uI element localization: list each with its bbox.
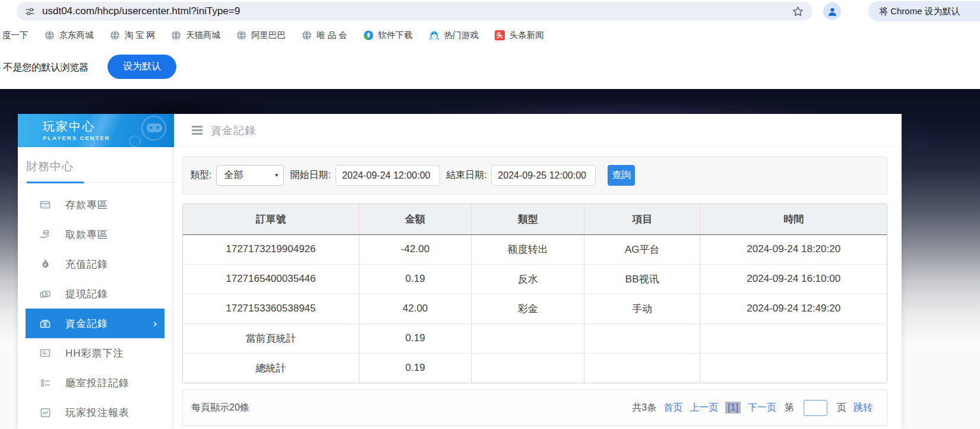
set-default-chip[interactable]: 将 Chrome 设为默认 xyxy=(868,1,980,21)
start-date-label: 開始日期: xyxy=(290,169,330,182)
software-download-icon xyxy=(363,30,374,40)
bookmark-item[interactable]: 淘 宝 网 xyxy=(110,30,156,41)
sidebar-header: 玩家中心 PLAYERS CENTER xyxy=(18,114,174,147)
bookmark-label: 度一下 xyxy=(2,30,29,41)
sidebar-item-withdraw-record[interactable]: 提現記錄 xyxy=(18,279,174,309)
cell-order-no: 1727165400035446 xyxy=(183,264,359,294)
globe-icon xyxy=(110,30,120,40)
sidebar-item-player-bet-report[interactable]: 玩家投注報表 xyxy=(18,398,174,427)
first-page-link[interactable]: 首页 xyxy=(663,402,682,414)
cell-amount: 0.19 xyxy=(359,264,472,294)
sidebar-item-withdraw[interactable]: 取款專區 xyxy=(18,220,174,249)
type-select-value: 全部 xyxy=(224,169,243,182)
bookmark-label: 京东商城 xyxy=(59,30,94,41)
bookmark-star-icon[interactable] xyxy=(790,4,805,19)
money-bag-icon: ¥ xyxy=(39,259,51,270)
ticket-icon xyxy=(39,347,51,359)
col-order-no: 訂單號 xyxy=(183,204,359,234)
type-label: 類型: xyxy=(190,169,211,182)
set-default-button[interactable]: 设为默认 xyxy=(108,55,176,79)
chevron-right-icon: › xyxy=(153,317,157,330)
search-button[interactable]: 查詢 xyxy=(608,165,635,186)
default-browser-infobar: Chrome 不是您的默认浏览器 设为默认 xyxy=(0,47,980,89)
table-row: 1727165400035446 0.19 反水 BB视讯 2024-09-24… xyxy=(183,264,887,294)
jump-label-pre: 第 xyxy=(785,402,794,414)
filter-bar: 類型: 全部 ▾ 開始日期: 結束日期: 查詢 xyxy=(182,156,887,195)
bookmark-item[interactable]: 阿里巴巴 xyxy=(236,30,286,41)
pagination: 共3条 首页 上一页 [1] 下一页 第 页 跳转 xyxy=(632,400,872,416)
sidebar-item-hall-bet-record[interactable]: 廳室投註記錄 xyxy=(18,368,174,398)
players-center-title: 玩家中心 xyxy=(43,119,174,135)
cell-time: 2024-09-24 18:20:20 xyxy=(700,234,887,264)
site-controls-icon[interactable] xyxy=(25,7,35,17)
end-date-label: 結束日期: xyxy=(446,169,486,182)
cell-time: 2024-09-24 16:10:00 xyxy=(700,264,887,294)
bookmark-label: 热门游戏 xyxy=(444,30,479,41)
cell-project: 手动 xyxy=(584,294,700,323)
table-footer: 每頁顯示20條 共3条 首页 上一页 [1] 下一页 第 页 跳转 xyxy=(182,389,887,426)
profile-icon[interactable] xyxy=(823,2,841,20)
bookmark-label: 头条新闻 xyxy=(510,30,544,41)
jump-label-post: 页 xyxy=(837,402,846,414)
players-center-subtitle: PLAYERS CENTER xyxy=(43,135,174,141)
bookmark-item[interactable]: 软件下载 xyxy=(363,30,413,41)
hamburger-icon[interactable] xyxy=(192,126,203,135)
sidebar-item-funds-record[interactable]: 資金記錄 › xyxy=(26,309,165,338)
cell-order-no: 1727153360538945 xyxy=(183,294,359,323)
bookmark-label: 阿里巴巴 xyxy=(251,30,286,41)
page-title: 資金記錄 xyxy=(211,123,256,138)
sidebar-item-recharge-record[interactable]: ¥ 充值記錄 xyxy=(18,249,174,279)
page-size-text: 每頁顯示20條 xyxy=(191,402,249,414)
bookmark-label: 软件下载 xyxy=(378,30,413,41)
url-text[interactable]: usdt04.com/hhcp/usercenter.html?iniType=… xyxy=(42,5,240,17)
toutiao-icon: 头 xyxy=(495,30,505,40)
col-project: 項目 xyxy=(584,204,700,234)
cell-type: 反水 xyxy=(472,264,584,294)
bookmark-label: 淘 宝 网 xyxy=(125,30,156,41)
gamepad-icon xyxy=(121,115,170,147)
chart-icon xyxy=(39,407,51,418)
sidebar-item-label: 廳室投註記錄 xyxy=(65,376,129,390)
col-amount: 金額 xyxy=(359,204,472,234)
sidebar-item-label: 存款專區 xyxy=(65,198,108,212)
col-type: 類型 xyxy=(472,204,584,234)
sidebar-item-hh-lottery-bets[interactable]: HH彩票下注 xyxy=(18,338,174,368)
address-bar[interactable]: usdt04.com/hhcp/usercenter.html?iniType=… xyxy=(17,2,813,21)
sidebar-item-deposit[interactable]: 存款專區 xyxy=(18,190,174,220)
game-penguin-icon xyxy=(429,30,440,40)
cell-type: 额度转出 xyxy=(472,234,584,264)
bookmark-item[interactable]: 京东商城 xyxy=(45,30,94,41)
prev-page-link[interactable]: 上一页 xyxy=(690,402,718,414)
bookmark-item[interactable]: 头 头条新闻 xyxy=(495,30,544,41)
bookmarks-bar: 度一下 京东商城 淘 宝 网 天猫商城 阿里巴巴 唯 品 会 软件下载 热门游戏… xyxy=(0,23,980,47)
sidebar-item-label: 玩家投注報表 xyxy=(65,406,129,420)
next-page-link[interactable]: 下一页 xyxy=(748,402,776,414)
globe-icon xyxy=(45,30,55,40)
start-date-input[interactable] xyxy=(336,165,440,186)
bookmark-item[interactable]: 热门游戏 xyxy=(429,30,479,41)
jump-link[interactable]: 跳转 xyxy=(853,402,872,414)
infobar-text: Chrome 不是您的默认浏览器 xyxy=(0,62,88,74)
deposit-card-icon xyxy=(39,199,51,211)
bookmark-item[interactable]: 度一下 xyxy=(2,30,29,41)
cell-order-no: 1727173219904926 xyxy=(183,234,359,264)
cell-amount: 0.19 xyxy=(359,323,472,353)
cell-time: 2024-09-24 12:49:20 xyxy=(700,294,887,323)
type-select[interactable]: 全部 ▾ xyxy=(216,165,284,186)
bookmark-item[interactable]: 唯 品 会 xyxy=(302,30,347,41)
table-header-row: 訂單號 金額 類型 項目 時間 xyxy=(183,204,887,234)
end-date-input[interactable] xyxy=(491,165,596,186)
table-row-page-total: 當前頁統計 0.19 xyxy=(183,323,887,353)
cell-project: AG平台 xyxy=(584,234,700,264)
bookmark-item[interactable]: 天猫商城 xyxy=(171,30,220,41)
page-jump-input[interactable] xyxy=(804,400,827,416)
section-divider xyxy=(18,182,174,183)
sidebar-item-label: 充值記錄 xyxy=(65,258,108,271)
cell-project: BB视讯 xyxy=(584,264,700,294)
table-row-grand-total: 總統計 0.19 xyxy=(183,353,887,383)
finance-center-section: 財務中心 xyxy=(18,147,174,174)
chevron-down-icon: ▾ xyxy=(275,172,279,178)
sidebar-item-label: 取款專區 xyxy=(65,228,108,241)
hand-coins-icon xyxy=(39,228,51,240)
sidebar-item-label: HH彩票下注 xyxy=(65,347,124,360)
